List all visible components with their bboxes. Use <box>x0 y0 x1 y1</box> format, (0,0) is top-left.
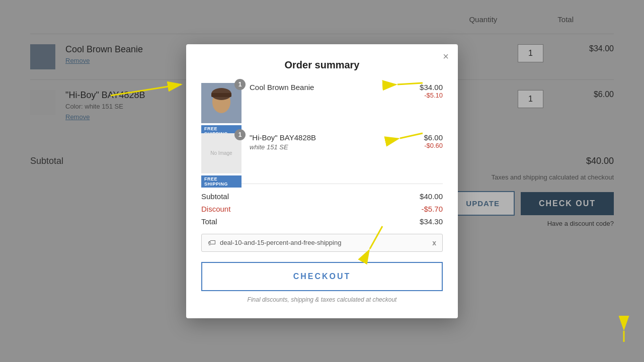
free-shipping-badge-2: FREE SHIPPING <box>201 175 242 188</box>
discount-row: Discount -$5.70 <box>201 205 443 213</box>
modal-close-button[interactable]: × <box>443 51 449 61</box>
total-value: $34.30 <box>420 217 443 226</box>
item-details-2: "Hi-Boy" BAY4828B white 151 SE <box>250 133 416 151</box>
order-summary-modal: × Order summary 1 FREE SHIPPING Cool <box>186 44 458 318</box>
item-pricing-2: $6.00 -$0.60 <box>424 133 443 149</box>
subtotal-label: Subtotal <box>201 192 229 201</box>
item-name-1: Cool Brown Beanie <box>250 83 412 92</box>
subtotal-row: Subtotal $40.00 <box>201 192 443 201</box>
item-variant-2: white 151 SE <box>250 143 416 151</box>
item-image-placeholder-2: No Image <box>201 133 242 173</box>
item-details-1: Cool Brown Beanie <box>250 83 412 93</box>
discount-value: -$5.70 <box>421 205 443 213</box>
modal-overlay: × Order summary 1 FREE SHIPPING Cool <box>0 0 644 362</box>
item-badge-2: 1 <box>234 129 246 140</box>
total-label: Total <box>201 217 217 226</box>
no-image-label: No Image <box>210 150 232 156</box>
modal-item-2: No Image 1 FREE SHIPPING "Hi-Boy" BAY482… <box>201 133 443 173</box>
item-image-wrap-1: 1 FREE SHIPPING <box>201 83 242 123</box>
subtotal-value: $40.00 <box>420 192 443 201</box>
coupon-code: deal-10-and-15-percent-and-free-shipping <box>220 239 432 246</box>
item-discount-1: -$5.10 <box>420 92 443 99</box>
modal-checkout-button[interactable]: CHECKOUT <box>201 262 443 291</box>
svg-rect-3 <box>211 93 231 97</box>
coupon-icon: 🏷 <box>208 238 216 247</box>
modal-title: Order summary <box>201 59 443 71</box>
modal-item-1: 1 FREE SHIPPING Cool Brown Beanie $34.00… <box>201 83 443 123</box>
item-price-1: $34.00 <box>420 83 443 92</box>
checkout-note: Final discounts, shipping & taxes calcul… <box>201 296 443 303</box>
discount-label: Discount <box>201 205 230 213</box>
item-badge-1: 1 <box>234 79 246 90</box>
item-name-2: "Hi-Boy" BAY4828B <box>250 133 416 142</box>
total-row: Total $34.30 <box>201 217 443 226</box>
item-discount-2: -$0.60 <box>424 142 443 149</box>
item-pricing-1: $34.00 -$5.10 <box>420 83 443 99</box>
item-image-wrap-2: No Image 1 FREE SHIPPING <box>201 133 242 173</box>
coupon-remove-button[interactable]: x <box>432 239 436 247</box>
coupon-row: 🏷 deal-10-and-15-percent-and-free-shippi… <box>201 234 443 252</box>
item-price-2: $6.00 <box>424 133 443 142</box>
